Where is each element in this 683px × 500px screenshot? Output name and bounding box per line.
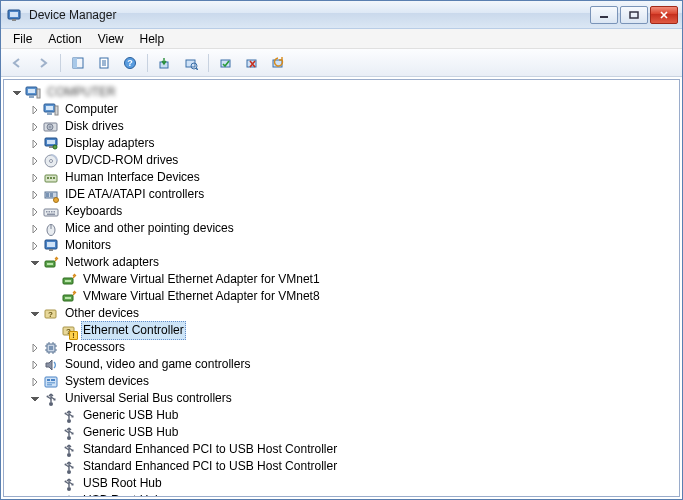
tree-category-computer[interactable]: Computer [28,101,679,118]
expand-icon[interactable] [28,375,42,389]
tree-category-hid[interactable]: Human Interface Devices [28,169,679,186]
expand-icon[interactable] [28,358,42,372]
svg-point-30 [49,126,51,128]
tree-category-network[interactable]: Network adapters [28,254,679,271]
tree-device-node[interactable]: Generic USB Hub [46,407,679,424]
hid-icon [43,170,59,186]
svg-point-101 [67,487,71,491]
tree-device-node[interactable]: Standard Enhanced PCI to USB Host Contro… [46,441,679,458]
scan-button[interactable] [266,52,290,74]
svg-rect-40 [53,177,55,179]
category-label: System devices [63,373,151,390]
tree-device-node[interactable]: Generic USB Hub [46,424,679,441]
tree-category-monitors[interactable]: Monitors [28,237,679,254]
titlebar: Device Manager [1,1,682,29]
forward-button[interactable] [31,52,55,74]
menu-view[interactable]: View [90,30,132,48]
expand-icon[interactable] [28,103,42,117]
update-driver-button[interactable] [153,52,177,74]
window-controls [590,6,678,24]
tree-device-node[interactable]: USB Root Hub [46,475,679,492]
device-label: Generic USB Hub [81,407,180,424]
svg-rect-2 [12,19,16,21]
svg-rect-57 [47,263,53,265]
enable-device-button[interactable] [214,52,238,74]
collapse-icon[interactable] [28,256,42,270]
expand-icon[interactable] [10,86,24,100]
svg-rect-80 [47,384,52,386]
category-label: DVD/CD-ROM drives [63,152,180,169]
tree-category-usb[interactable]: Universal Serial Bus controllers [28,390,679,407]
svg-rect-47 [49,211,51,213]
tree-category-system[interactable]: System devices [28,373,679,390]
menu-file[interactable]: File [5,30,40,48]
svg-point-44 [54,197,59,202]
menu-action[interactable]: Action [40,30,89,48]
expand-icon[interactable] [28,222,42,236]
svg-rect-23 [37,89,40,98]
expand-icon[interactable] [28,120,42,134]
usb-icon [61,442,77,458]
tree-category-mice[interactable]: Mice and other pointing devices [28,220,679,237]
tree-device-node[interactable]: Standard Enhanced PCI to USB Host Contro… [46,458,679,475]
expand-icon[interactable] [28,239,42,253]
show-hide-console-tree-button[interactable] [66,52,90,74]
expand-icon[interactable] [28,205,42,219]
svg-rect-55 [49,249,53,251]
tree-category-sound[interactable]: Sound, video and game controllers [28,356,679,373]
category-label: Monitors [63,237,113,254]
uninstall-device-button[interactable] [240,52,264,74]
maximize-button[interactable] [620,6,648,24]
svg-rect-78 [51,379,55,381]
properties-button[interactable] [92,52,116,74]
tree-root-node[interactable]: COMPUTER [10,84,679,101]
svg-rect-42 [46,193,49,197]
scan-hardware-changes-button[interactable] [179,52,203,74]
expand-icon[interactable] [28,154,42,168]
expand-icon[interactable] [28,341,42,355]
tree-device-node[interactable]: VMware Virtual Ethernet Adapter for VMne… [46,288,679,305]
usb-icon [61,425,77,441]
tree-device-node[interactable]: ?!Ethernet Controller [46,322,679,339]
tree-device-node[interactable]: USB Root Hub [46,492,679,497]
collapse-icon[interactable] [28,392,42,406]
svg-point-83 [47,395,49,397]
tree-category-disk[interactable]: Disk drives [28,118,679,135]
toolbar-separator [147,54,148,72]
tree-category-other[interactable]: ?Other devices [28,305,679,322]
tree-category-processors[interactable]: Processors [28,339,679,356]
svg-rect-88 [72,415,74,417]
device-label: Ethernet Controller [81,321,186,340]
menu-help[interactable]: Help [132,30,173,48]
tree-category-display[interactable]: Display adapters [28,135,679,152]
close-button[interactable] [650,6,678,24]
tree-device-node[interactable]: VMware Virtual Ethernet Adapter for VMne… [46,271,679,288]
svg-point-34 [53,145,57,149]
unknown-icon: ? [43,306,59,322]
svg-point-95 [65,446,67,448]
svg-rect-48 [51,211,53,213]
tree-category-ide[interactable]: IDE ATA/ATAPI controllers [28,186,679,203]
toolbar-separator [208,54,209,72]
device-label: USB Root Hub [81,492,164,497]
unknown-icon: ?! [61,323,77,339]
svg-rect-43 [50,193,53,197]
net-icon [61,289,77,305]
minimize-button[interactable] [590,6,618,24]
device-tree-panel[interactable]: COMPUTERComputerDisk drivesDisplay adapt… [3,79,680,497]
svg-rect-77 [47,379,50,381]
monitor-icon [43,238,59,254]
usb-icon [61,408,77,424]
expand-icon[interactable] [28,188,42,202]
svg-point-89 [67,436,71,440]
net-icon [43,255,59,271]
expand-icon[interactable] [28,171,42,185]
collapse-icon[interactable] [28,307,42,321]
tree-category-keyboards[interactable]: Keyboards [28,203,679,220]
tree-category-dvd[interactable]: DVD/CD-ROM drives [28,152,679,169]
net-icon [61,272,77,288]
device-label: VMware Virtual Ethernet Adapter for VMne… [81,271,322,288]
help-button[interactable]: ? [118,52,142,74]
back-button[interactable] [5,52,29,74]
expand-icon[interactable] [28,137,42,151]
